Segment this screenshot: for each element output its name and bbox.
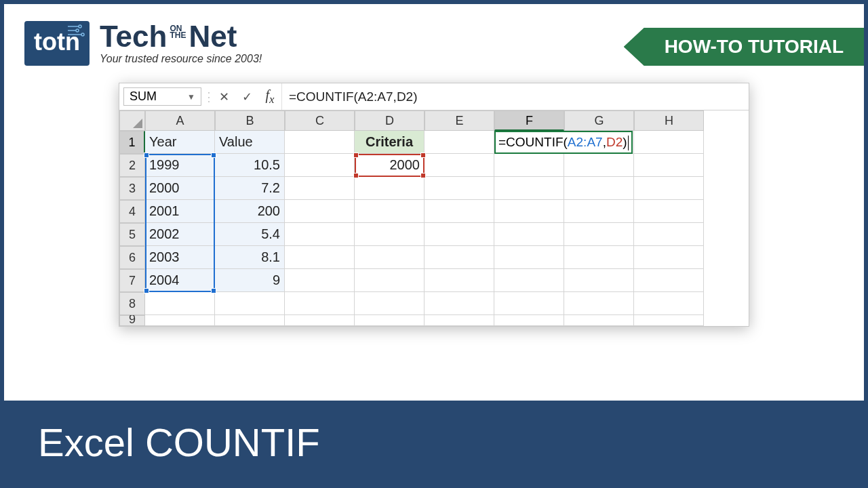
cell-A9[interactable] <box>145 315 215 326</box>
cell-H9[interactable] <box>634 315 704 326</box>
cell-D5[interactable] <box>355 223 425 246</box>
row-header-4[interactable]: 4 <box>119 200 145 223</box>
fx-icon[interactable]: fx <box>258 83 281 110</box>
cell-A1[interactable]: Year <box>145 131 215 154</box>
cell-E7[interactable] <box>425 269 494 292</box>
table-row: 1 Year Value Criteria <box>119 131 749 154</box>
cell-H7[interactable] <box>634 269 704 292</box>
cell-F7[interactable] <box>494 269 564 292</box>
cell-B2[interactable]: 10.5 <box>215 154 285 177</box>
col-header-A[interactable]: A <box>145 110 215 131</box>
cell-A5[interactable]: 2002 <box>145 223 215 246</box>
cell-F4[interactable] <box>494 200 564 223</box>
col-header-D[interactable]: D <box>355 110 425 131</box>
cell-G5[interactable] <box>564 223 634 246</box>
cell-F5[interactable] <box>494 223 564 246</box>
cell-D2[interactable]: 2000 <box>355 154 425 177</box>
cell-G6[interactable] <box>564 246 634 269</box>
cell-D3[interactable] <box>355 177 425 200</box>
cell-C1[interactable] <box>285 131 355 154</box>
enter-icon[interactable]: ✓ <box>235 83 258 110</box>
spreadsheet-grid[interactable]: A B C D E F G H 1 Year Value <box>119 110 749 326</box>
cell-E4[interactable] <box>425 200 494 223</box>
cell-D1[interactable]: Criteria <box>355 131 425 154</box>
cell-E1[interactable] <box>425 131 494 154</box>
cell-F3[interactable] <box>494 177 564 200</box>
col-header-B[interactable]: B <box>215 110 285 131</box>
cell-H1[interactable] <box>634 131 704 154</box>
cell-F1[interactable] <box>494 131 564 154</box>
name-box[interactable]: SUM ▼ <box>123 87 201 106</box>
cell-E5[interactable] <box>425 223 494 246</box>
cell-B1[interactable]: Value <box>215 131 285 154</box>
row-header-3[interactable]: 3 <box>119 177 145 200</box>
cell-E3[interactable] <box>425 177 494 200</box>
cell-H6[interactable] <box>634 246 704 269</box>
cell-D7[interactable] <box>355 269 425 292</box>
cell-C2[interactable] <box>285 154 355 177</box>
row-header-2[interactable]: 2 <box>119 154 145 177</box>
row-header-7[interactable]: 7 <box>119 269 145 292</box>
row-header-9[interactable]: 9 <box>119 315 145 326</box>
col-header-C[interactable]: C <box>285 110 355 131</box>
cell-C7[interactable] <box>285 269 355 292</box>
cell-G2[interactable] <box>564 154 634 177</box>
cell-A7[interactable]: 2004 <box>145 269 215 292</box>
cell-C4[interactable] <box>285 200 355 223</box>
cell-B4[interactable]: 200 <box>215 200 285 223</box>
col-header-H[interactable]: H <box>634 110 704 131</box>
cell-C9[interactable] <box>285 315 355 326</box>
cell-E2[interactable] <box>425 154 494 177</box>
brand-part2: Net <box>189 22 237 52</box>
cell-C8[interactable] <box>285 292 355 315</box>
cell-A4[interactable]: 2001 <box>145 200 215 223</box>
cell-B6[interactable]: 8.1 <box>215 246 285 269</box>
cell-D4[interactable] <box>355 200 425 223</box>
cell-A3[interactable]: 2000 <box>145 177 215 200</box>
cell-F8[interactable] <box>494 292 564 315</box>
cell-B8[interactable] <box>215 292 285 315</box>
cell-G4[interactable] <box>564 200 634 223</box>
cell-C3[interactable] <box>285 177 355 200</box>
cell-H3[interactable] <box>634 177 704 200</box>
col-header-E[interactable]: E <box>425 110 494 131</box>
col-header-G[interactable]: G <box>564 110 634 131</box>
cell-B5[interactable]: 5.4 <box>215 223 285 246</box>
row-header-8[interactable]: 8 <box>119 292 145 315</box>
cell-G3[interactable] <box>564 177 634 200</box>
cell-G9[interactable] <box>564 315 634 326</box>
cell-H5[interactable] <box>634 223 704 246</box>
cell-A6[interactable]: 2003 <box>145 246 215 269</box>
cell-G7[interactable] <box>564 269 634 292</box>
circuit-icon <box>66 24 87 37</box>
cancel-icon[interactable]: ✕ <box>212 83 235 110</box>
tutorial-ribbon: HOW-TO TUTORIAL <box>624 28 864 66</box>
cell-A8[interactable] <box>145 292 215 315</box>
cell-D6[interactable] <box>355 246 425 269</box>
formula-input[interactable]: =COUNTIF(A2:A7,D2) <box>281 83 749 110</box>
cell-H2[interactable] <box>634 154 704 177</box>
cell-D9[interactable] <box>355 315 425 326</box>
cell-E9[interactable] <box>425 315 494 326</box>
row-header-5[interactable]: 5 <box>119 223 145 246</box>
cell-B3[interactable]: 7.2 <box>215 177 285 200</box>
cell-B9[interactable] <box>215 315 285 326</box>
cell-C5[interactable] <box>285 223 355 246</box>
select-all-corner[interactable] <box>119 110 145 131</box>
cell-H4[interactable] <box>634 200 704 223</box>
cell-G1[interactable] <box>564 131 634 154</box>
col-header-F[interactable]: F <box>494 110 564 131</box>
cell-F6[interactable] <box>494 246 564 269</box>
row-header-6[interactable]: 6 <box>119 246 145 269</box>
cell-E8[interactable] <box>425 292 494 315</box>
row-header-1[interactable]: 1 <box>119 131 145 154</box>
cell-D8[interactable] <box>355 292 425 315</box>
cell-E6[interactable] <box>425 246 494 269</box>
cell-F9[interactable] <box>494 315 564 326</box>
cell-A2[interactable]: 1999 <box>145 154 215 177</box>
cell-F2[interactable] <box>494 154 564 177</box>
cell-B7[interactable]: 9 <box>215 269 285 292</box>
cell-C6[interactable] <box>285 246 355 269</box>
cell-H8[interactable] <box>634 292 704 315</box>
cell-G8[interactable] <box>564 292 634 315</box>
